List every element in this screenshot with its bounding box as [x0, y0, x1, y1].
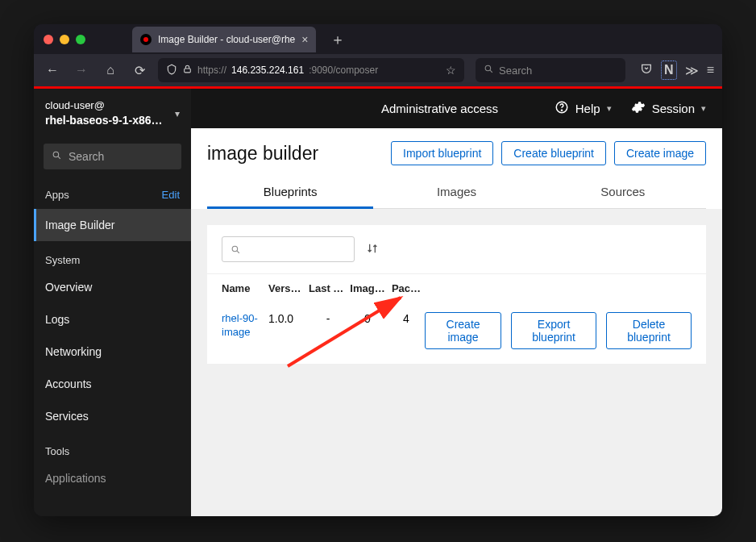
apps-label: Apps — [45, 189, 69, 201]
create-blueprint-button[interactable]: Create blueprint — [501, 141, 606, 165]
row-actions: Create image Export blueprint Delete blu… — [425, 312, 692, 349]
td-version: 1.0.0 — [268, 312, 309, 325]
sidebar-item-services[interactable]: Services — [34, 400, 191, 432]
browser-window: Image Builder - cloud-user@rhe × ＋ ← → ⌂… — [34, 24, 722, 516]
page-actions: Import blueprint Create blueprint Create… — [391, 141, 706, 165]
svg-point-5 — [232, 246, 238, 252]
row-export-blueprint-button[interactable]: Export blueprint — [511, 312, 596, 349]
search-icon — [231, 244, 241, 255]
blueprint-search-input[interactable] — [222, 236, 355, 262]
gear-icon — [631, 100, 646, 117]
td-images: 0 — [347, 312, 388, 325]
sidebar-item-image-builder[interactable]: Image Builder — [34, 209, 191, 241]
page-header: image builder Import blueprint Create bl… — [191, 128, 722, 209]
tab-blueprints[interactable]: Blueprints — [207, 177, 373, 209]
window-maximize-button[interactable] — [76, 35, 85, 44]
host-selector[interactable]: cloud-user@ rhel-baseos-9-1-x86… ▾ — [34, 89, 191, 139]
sidebar-item-applications[interactable]: Applications — [34, 462, 191, 494]
window-minimize-button[interactable] — [60, 35, 69, 44]
sort-icon[interactable] — [366, 242, 379, 257]
sidebar-item-networking[interactable]: Networking — [34, 336, 191, 368]
row-create-image-button[interactable]: Create image — [425, 312, 501, 349]
lock-icon — [182, 64, 193, 77]
sidebar-item-overview[interactable]: Overview — [34, 271, 191, 303]
top-black-bar: Administrative access Help ▾ Session ▾ — [191, 86, 722, 128]
page-title: image builder — [207, 143, 318, 165]
search-icon — [52, 150, 62, 163]
tab-favicon — [140, 34, 152, 45]
shield-icon — [166, 64, 177, 77]
session-menu[interactable]: Session ▾ — [631, 100, 706, 117]
create-image-button[interactable]: Create image — [614, 141, 706, 165]
host-user-line: cloud-user@ — [45, 98, 163, 113]
td-packages: 4 — [388, 312, 425, 325]
sidebar-search-input[interactable]: Search — [44, 144, 181, 169]
search-icon — [484, 64, 494, 77]
host-name: rhel-baseos-9-1-x86… — [45, 113, 163, 129]
import-blueprint-button[interactable]: Import blueprint — [391, 141, 493, 165]
help-menu[interactable]: Help ▾ — [555, 100, 612, 117]
app-content: cloud-user@ rhel-baseos-9-1-x86… ▾ Searc… — [34, 86, 722, 516]
chevron-down-icon: ▾ — [607, 103, 612, 114]
nav-home-button[interactable]: ⌂ — [100, 60, 121, 81]
browser-toolbar: ← → ⌂ ⟳ https://146.235.224.161:9090/com… — [34, 54, 722, 86]
overflow-chevron-icon[interactable]: ≫ — [685, 63, 699, 78]
blueprint-panel: Name Vers… Last … Imag… Pac… rhel-90-ima… — [207, 225, 706, 364]
toolbar-extra-icons: N ≫ ≡ — [640, 60, 714, 80]
panel-toolbar — [207, 225, 706, 274]
page-body: Name Vers… Last … Imag… Pac… rhel-90-ima… — [191, 209, 722, 516]
tab-images[interactable]: Images — [373, 177, 539, 209]
sidebar-section-tools: Tools — [34, 432, 191, 462]
th-images[interactable]: Imag… — [347, 282, 388, 294]
svg-point-2 — [53, 152, 59, 157]
sidebar-item-logs[interactable]: Logs — [34, 303, 191, 336]
svg-point-1 — [485, 65, 491, 71]
table-header: Name Vers… Last … Imag… Pac… — [207, 274, 706, 302]
svg-point-4 — [561, 110, 562, 110]
nav-forward-button[interactable]: → — [71, 60, 92, 81]
nav-back-button[interactable]: ← — [42, 60, 63, 81]
th-last[interactable]: Last … — [309, 282, 347, 294]
apps-edit-link[interactable]: Edit — [162, 189, 180, 201]
tab-sources[interactable]: Sources — [540, 177, 706, 209]
sidebar-search-placeholder: Search — [69, 150, 104, 163]
browser-search-placeholder: Search — [499, 65, 532, 77]
session-label: Session — [652, 102, 695, 115]
hamburger-menu-icon[interactable]: ≡ — [707, 63, 714, 77]
pocket-icon[interactable] — [640, 62, 653, 78]
chevron-down-icon: ▾ — [701, 103, 706, 114]
extension-badge[interactable]: N — [661, 60, 677, 80]
browser-tab[interactable]: Image Builder - cloud-user@rhe × — [132, 27, 316, 52]
sidebar-section-apps: Apps Edit — [34, 181, 191, 209]
traffic-lights — [44, 35, 85, 44]
nav-reload-button[interactable]: ⟳ — [129, 60, 150, 81]
admin-access-toggle[interactable]: Administrative access — [381, 102, 498, 115]
blueprint-name-link[interactable]: rhel-90-image — [222, 312, 268, 340]
th-name[interactable]: Name — [222, 282, 268, 294]
new-tab-button[interactable]: ＋ — [322, 30, 353, 49]
svg-rect-0 — [185, 69, 191, 73]
sidebar-section-system: System — [34, 241, 191, 271]
bookmark-star-icon[interactable]: ☆ — [446, 64, 456, 77]
tab-close-icon[interactable]: × — [301, 33, 308, 46]
help-label: Help — [575, 102, 600, 115]
th-version[interactable]: Vers… — [268, 282, 309, 294]
chevron-down-icon: ▾ — [175, 108, 180, 119]
th-packages[interactable]: Pac… — [388, 282, 425, 294]
help-icon — [555, 100, 569, 117]
window-close-button[interactable] — [44, 35, 53, 44]
row-delete-blueprint-button[interactable]: Delete blueprint — [606, 312, 692, 349]
url-bar[interactable]: https://146.235.224.161:9090/composer ☆ — [158, 58, 464, 82]
td-last: - — [309, 312, 347, 325]
main-area: Administrative access Help ▾ Session ▾ — [191, 86, 722, 516]
admin-access-label: Administrative access — [381, 102, 498, 115]
sidebar-item-accounts[interactable]: Accounts — [34, 368, 191, 400]
url-suffix: :9090/composer — [309, 65, 378, 76]
url-prefix: https:// — [197, 65, 226, 76]
page-tabs: Blueprints Images Sources — [207, 177, 706, 209]
browser-search-input[interactable]: Search — [476, 58, 625, 82]
cockpit-sidebar: cloud-user@ rhel-baseos-9-1-x86… ▾ Searc… — [34, 86, 191, 516]
url-host: 146.235.224.161 — [231, 65, 304, 76]
tab-title: Image Builder - cloud-user@rhe — [158, 34, 295, 45]
browser-titlebar: Image Builder - cloud-user@rhe × ＋ — [34, 24, 722, 54]
